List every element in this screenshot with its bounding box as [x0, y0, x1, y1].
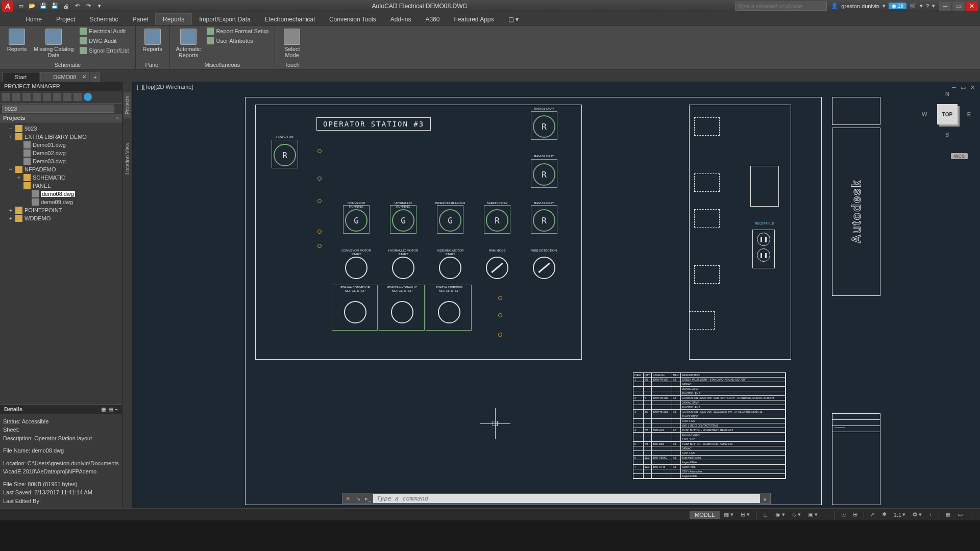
close-icon[interactable]: ✕ — [82, 74, 86, 80]
tree-toggle-icon[interactable]: − — [8, 126, 13, 132]
qat-new-icon[interactable]: ▭ — [16, 2, 26, 11]
signal-error-button[interactable]: Signal Error/List — [78, 46, 131, 55]
viewcube-top[interactable]: TOP — [937, 104, 958, 124]
tree-toggle-icon[interactable]: + — [8, 215, 13, 221]
tree-item[interactable]: Demo02.dwg — [2, 149, 120, 157]
dwg-audit-button[interactable]: DWG Audit — [78, 36, 131, 45]
status-iso-icon[interactable]: ◇ ▾ — [789, 510, 804, 519]
a360-icon[interactable]: ▾ — [920, 3, 923, 9]
qat-dropdown-icon[interactable]: ▾ — [95, 2, 104, 11]
toolbar-task-icon[interactable] — [33, 93, 41, 101]
canvas-close-icon[interactable]: ✕ — [969, 84, 976, 91]
minimize-button[interactable]: ─ — [939, 2, 951, 11]
status-iso2-icon[interactable]: ▦ — [942, 510, 953, 519]
command-input[interactable] — [373, 494, 760, 503]
tree-item[interactable]: +WDDEMO — [2, 214, 120, 222]
tree-item[interactable]: Demo03.dwg — [2, 157, 120, 165]
project-tree[interactable]: −9023+EXTRA LIBRARY DEMODemo01.dwgDemo02… — [0, 122, 122, 404]
toolbar-help-icon[interactable] — [84, 93, 92, 101]
ribbon-tab-a360[interactable]: A360 — [418, 14, 447, 25]
ribbon-tab-more[interactable]: ▢ ▾ — [501, 14, 526, 25]
details-view-icon[interactable]: ▦ — [101, 406, 106, 412]
automatic-reports-button[interactable]: Automatic Reports — [174, 27, 203, 60]
help-icon[interactable]: ? — [926, 3, 929, 9]
missing-catalog-button[interactable]: Missing Catalog Data — [32, 27, 76, 60]
command-line[interactable]: ✕ ↘ ▸_ ▴ — [342, 493, 771, 504]
tree-item[interactable]: −PANEL — [2, 182, 120, 190]
ribbon-tab-home[interactable]: Home — [18, 14, 49, 25]
exchange-icon[interactable]: 🛒 — [910, 3, 917, 9]
tree-item[interactable]: +EXTRA LIBRARY DEMO — [2, 133, 120, 141]
status-ann-icon[interactable]: ✱ — [879, 510, 890, 519]
toolbar-publish-icon[interactable] — [43, 93, 51, 101]
help-dropdown-icon[interactable]: ▾ — [932, 3, 935, 9]
status-scale[interactable]: 1:1 ▾ — [891, 510, 909, 519]
ribbon-tab-conversiontools[interactable]: Conversion Tools — [322, 14, 383, 25]
wcs-badge[interactable]: WCS — [951, 153, 968, 159]
status-lwt-icon[interactable]: ≡ — [822, 511, 831, 519]
qat-save-icon[interactable]: 💾 — [39, 2, 48, 11]
viewcube[interactable]: N S W E TOP — [927, 94, 968, 135]
doc-tab-add[interactable]: + — [90, 72, 100, 82]
qat-undo-icon[interactable]: ↶ — [72, 2, 82, 11]
ribbon-tab-importexportdata[interactable]: Import/Export Data — [192, 14, 258, 25]
tree-toggle-icon[interactable]: − — [16, 183, 21, 189]
toolbar-new-icon[interactable] — [2, 93, 10, 101]
project-combo[interactable] — [2, 105, 114, 113]
drawing-canvas[interactable]: [−][Top][2D Wireframe] ─ ▭ ✕ OPERATOR ST… — [133, 82, 980, 508]
tree-item[interactable]: demo08.dwg — [2, 190, 120, 198]
cmd-recent-icon[interactable]: ↘ — [353, 493, 363, 504]
ribbon-tab-panel[interactable]: Panel — [125, 14, 155, 25]
status-plus-icon[interactable]: + — [926, 511, 935, 519]
status-gear-icon[interactable]: ✿ ▾ — [910, 510, 925, 519]
select-mode-button[interactable]: Select Mode — [279, 27, 305, 60]
doc-tab-start[interactable]: Start — [2, 72, 39, 82]
doc-tab-demo08[interactable]: DEMO08✕ — [40, 72, 89, 82]
toolbar-settings-icon[interactable] — [74, 93, 82, 101]
qat-saveas-icon[interactable]: 💾 — [50, 2, 59, 11]
electrical-audit-button[interactable]: Electrical Audit — [78, 27, 131, 36]
cmd-expand-icon[interactable]: ▴ — [760, 493, 770, 504]
status-snap-icon[interactable]: ⊞ ▾ — [738, 510, 753, 519]
canvas-minimize-icon[interactable]: ─ — [950, 84, 958, 91]
vert-tab-projects[interactable]: Projects — [124, 92, 131, 118]
status-custom-icon[interactable]: ≡ — [967, 511, 976, 519]
tree-item[interactable]: −9023 — [2, 124, 120, 133]
ribbon-tab-schematic[interactable]: Schematic — [82, 14, 125, 25]
status-ortho-icon[interactable]: ∟ — [760, 511, 771, 519]
status-tpy-icon[interactable]: ⊡ — [838, 510, 849, 519]
ribbon-tab-electromechanical[interactable]: Electromechanical — [258, 14, 322, 25]
tree-toggle-icon[interactable]: − — [8, 166, 13, 172]
tree-item[interactable]: −NFPADEMO — [2, 165, 120, 173]
signin-icon[interactable]: 👤 — [831, 3, 838, 9]
canvas-maximize-icon[interactable]: ▭ — [960, 84, 967, 91]
status-clean-icon[interactable]: ▭ — [954, 510, 966, 519]
details-minimize-icon[interactable]: − — [115, 406, 118, 412]
user-dropdown-icon[interactable]: ▾ — [883, 3, 886, 9]
user-name[interactable]: greston.dunivin — [841, 3, 879, 9]
toolbar-refresh-icon[interactable] — [22, 93, 31, 101]
qat-print-icon[interactable]: 🖨 — [61, 2, 70, 11]
status-wire-icon[interactable]: ↗ — [867, 510, 878, 519]
user-attributes-button[interactable]: User Attributes — [205, 36, 271, 45]
maximize-button[interactable]: ▭ — [952, 2, 965, 11]
report-format-button[interactable]: Report Format Setup — [205, 27, 271, 36]
panel-reports-button[interactable]: Reports — [140, 27, 165, 54]
qat-redo-icon[interactable]: ↷ — [84, 2, 93, 11]
tree-toggle-icon[interactable]: + — [8, 134, 13, 140]
tree-toggle-icon[interactable]: + — [16, 174, 21, 181]
app-logo[interactable]: A — [2, 1, 13, 12]
close-button[interactable]: ✕ — [966, 2, 978, 11]
ribbon-tab-addins[interactable]: Add-ins — [383, 14, 419, 25]
status-polar-icon[interactable]: ◉ ▾ — [772, 510, 788, 519]
details-list-icon[interactable]: ▤ — [108, 406, 113, 412]
search-input[interactable] — [735, 2, 827, 11]
tree-item[interactable]: +SCHEMATIC — [2, 173, 120, 182]
cmd-close-icon[interactable]: ✕ — [342, 493, 353, 504]
view-label[interactable]: [−][Top][2D Wireframe] — [137, 84, 193, 90]
ribbon-tab-reports[interactable]: Reports — [155, 13, 192, 25]
toolbar-plot-icon[interactable] — [53, 93, 61, 101]
tree-toggle-icon[interactable]: + — [8, 207, 13, 213]
qat-open-icon[interactable]: 📂 — [28, 2, 37, 11]
status-model[interactable]: MODEL — [690, 511, 720, 519]
